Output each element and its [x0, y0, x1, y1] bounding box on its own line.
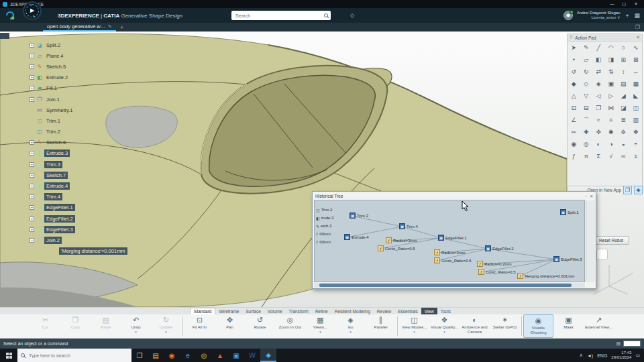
tree-item-label[interactable]: Sketch.5	[44, 63, 68, 70]
close-icon[interactable]: ✕	[637, 35, 640, 40]
window-close-icon[interactable]: ✕	[590, 194, 593, 198]
graph-node[interactable]: ƒ Conic_Ratio=0.5	[478, 269, 516, 275]
graph-node[interactable]: ƒ Radius=0.2mm	[477, 261, 512, 267]
action-pad-tool-icon[interactable]: △	[568, 90, 580, 102]
clipped-node[interactable]: ◧ trude.3	[316, 214, 333, 222]
tree-item[interactable]: + ▰ Fill.1	[30, 83, 127, 94]
action-pad-tool-icon[interactable]: ▥	[630, 114, 643, 126]
action-pad-tool-icon[interactable]: ≡	[605, 114, 618, 126]
tree-item-label[interactable]: Symmetry.1	[44, 107, 74, 114]
notifications-icon[interactable]: ▭	[635, 353, 640, 358]
action-pad-tool-icon[interactable]: ❖	[630, 126, 643, 138]
tree-expander-icon[interactable]: +	[30, 194, 34, 199]
historical-tree-titlebar[interactable]: Historical Tree – ✕	[313, 192, 596, 200]
taskbar-app-icon[interactable]: ▲	[212, 349, 228, 362]
action-pad-tool-icon[interactable]: ◫	[630, 102, 643, 114]
taskbar-app-icon[interactable]: ◎	[196, 349, 212, 362]
tree-item-label[interactable]: Extrude.2	[44, 74, 70, 81]
taskbar-app-icon[interactable]: ◉	[164, 349, 180, 362]
action-pad-tool-icon[interactable]: ╱	[592, 42, 605, 54]
taskbar-clock[interactable]: 17:43 29/01/2024	[611, 351, 631, 360]
graph-node[interactable]: ▣ EdgeFillet.2	[485, 245, 514, 251]
action-pad-tool-icon[interactable]: ◨	[605, 54, 618, 66]
ribbon-button[interactable]: ▣ Mask ▾	[553, 314, 584, 338]
action-pad-tool-icon[interactable]: ▤	[617, 78, 630, 90]
clipped-node[interactable]: ✎ etch.3	[316, 222, 333, 230]
tree-expander-icon[interactable]: +	[30, 64, 34, 69]
add-app-icon[interactable]: ＋	[624, 11, 630, 20]
chevron-down-icon[interactable]: ▾	[319, 330, 321, 334]
action-pad-tool-icon[interactable]: ○	[617, 42, 630, 54]
tree-expander-icon[interactable]: +	[30, 151, 34, 156]
chevron-down-icon[interactable]: ▾	[135, 330, 137, 334]
chevron-down-icon[interactable]: ▾	[413, 330, 415, 334]
language-indicator[interactable]: ENG	[597, 353, 607, 358]
action-pad-tool-icon[interactable]: ◓	[630, 138, 643, 150]
chevron-down-icon[interactable]: ▾	[350, 330, 352, 334]
ribbon-button[interactable]: ↗ External View... ▾	[584, 314, 614, 338]
action-pad-tool-icon[interactable]: Σ	[592, 150, 605, 162]
chevron-down-icon[interactable]: ▾	[443, 330, 445, 334]
action-pad-tool-icon[interactable]: ◪	[617, 102, 630, 114]
action-pad-tool-icon[interactable]: ◈	[592, 78, 605, 90]
action-pad-tool-icon[interactable]: ◆	[568, 78, 580, 90]
ribbon-tab[interactable]: Resilient Modeling	[331, 308, 374, 314]
graph-node[interactable]: ƒ Conic_Ratio=0.5	[434, 257, 472, 263]
action-pad-tool-icon[interactable]: ➤	[568, 42, 580, 54]
action-pad-tool-icon[interactable]: ≈	[592, 114, 605, 126]
action-pad-tool-icon[interactable]: ▽	[580, 90, 593, 102]
tree-item[interactable]: ◫ Trim.2	[30, 127, 127, 137]
chevron-down-icon[interactable]: ∨	[617, 15, 620, 19]
3d-compass-icon[interactable]: ▶ V R	[23, 1, 42, 20]
ribbon-button[interactable]: ◫ View Modes... ▾	[399, 314, 429, 338]
action-pad-tool-icon[interactable]: ↕	[617, 66, 630, 78]
ribbon-button[interactable]: ✂ Cut ▾	[30, 314, 60, 338]
horizontal-scrollbar[interactable]	[314, 283, 585, 288]
document-tab[interactable]: open body generative wing ✎	[43, 23, 116, 32]
ribbon-button[interactable]: ↻ Update ▾	[151, 314, 181, 338]
tree-item[interactable]: + ◪ Split.2	[30, 40, 127, 50]
user-avatar[interactable]: ◉	[564, 11, 573, 20]
ribbon-button[interactable]: ▾	[182, 316, 183, 336]
action-pad-tool-icon[interactable]: ∞	[617, 150, 630, 162]
command-input[interactable]	[623, 341, 641, 347]
ribbon-tab[interactable]: Review	[374, 308, 394, 314]
action-pad-tool-icon[interactable]: ⋈	[605, 102, 618, 114]
tree-expander-icon[interactable]: +	[30, 54, 34, 58]
tree-item-label[interactable]: Trim.4	[44, 193, 62, 200]
drag-handle-icon[interactable]: ⠿	[570, 35, 573, 40]
ribbon-tab[interactable]: Tools	[437, 308, 454, 314]
app-grid-icon[interactable]: ▦	[634, 12, 640, 19]
action-pad-tool-icon[interactable]: √	[605, 150, 618, 162]
action-pad-tool-icon[interactable]: ∿	[630, 42, 643, 54]
tree-expander-icon[interactable]: +	[30, 140, 34, 145]
window-minimize-icon[interactable]: –	[585, 194, 587, 198]
action-pad-tool-icon[interactable]: ▷	[605, 90, 618, 102]
action-pad-tool-icon[interactable]: ▱	[580, 54, 593, 66]
ribbon-button[interactable]: ▾	[397, 316, 398, 336]
tree-item[interactable]: + ◧ Extrude.4	[30, 180, 127, 191]
tree-item-label[interactable]: Sketch.7	[44, 172, 68, 179]
tree-item-label[interactable]: Extrude.4	[44, 182, 70, 190]
scrollbar-thumb[interactable]	[319, 284, 572, 287]
tree-item[interactable]: + ✎ Sketch.5	[30, 61, 127, 72]
action-pad-tool-icon[interactable]: ⊟	[580, 102, 593, 114]
maximize-button[interactable]: ▢	[619, 1, 629, 7]
tree-expander-icon[interactable]: +	[30, 86, 34, 90]
minimize-button[interactable]: —	[606, 1, 617, 6]
graph-node[interactable]: ▣ Trim.4	[399, 223, 418, 229]
tree-item-label[interactable]: Trim.2	[44, 128, 62, 135]
tree-expander-icon[interactable]: +	[30, 75, 34, 80]
tree-item[interactable]: + ❐ Join.1	[30, 94, 127, 105]
clipped-node[interactable]: ƒ 00mm	[316, 230, 333, 238]
tree-item[interactable]: + ◫ Trim.4	[30, 192, 127, 202]
new-tab-button[interactable]: +	[120, 24, 123, 31]
tree-expander-icon[interactable]: +	[30, 162, 34, 167]
action-pad-tool-icon[interactable]: ◠	[605, 42, 618, 54]
tree-item-label[interactable]: Trim.1	[44, 117, 62, 125]
tree-item-label[interactable]: Plane.4	[44, 52, 65, 60]
open-app-icon[interactable]: ❐	[623, 186, 632, 194]
ribbon-button[interactable]: ◉ Volatile Ghosting ▾	[523, 314, 553, 338]
ribbon-button[interactable]: ∥ Parallel ▾	[366, 314, 396, 338]
tree-expander-icon[interactable]: +	[30, 184, 34, 188]
